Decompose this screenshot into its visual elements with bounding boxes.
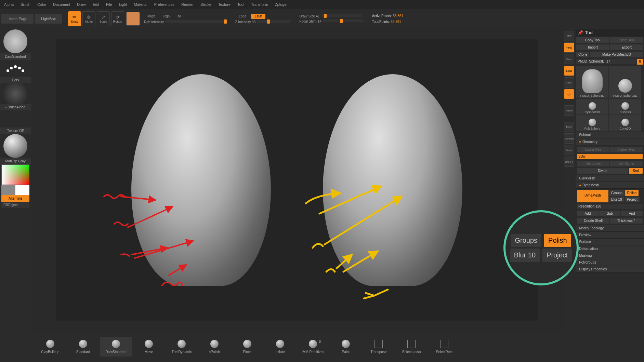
lower-res-button[interactable]: Lower Res [577, 147, 609, 152]
tool-item-4[interactable]: PolySphere [576, 115, 608, 131]
menu-light[interactable]: Light [119, 2, 127, 6]
del-higher-button[interactable]: Del Higher [610, 161, 643, 166]
import-button[interactable]: Import [576, 44, 609, 50]
lightbox-tab[interactable]: LightBox [35, 14, 62, 24]
menu-file[interactable]: File [106, 2, 112, 6]
thickness-slider[interactable]: Thickness 4 [610, 218, 643, 224]
material-thumbnail[interactable] [3, 134, 27, 158]
brush-selectlasso[interactable]: SelectLasso [395, 337, 428, 357]
viewport[interactable]: Groups Polish Blur 10 Project [56, 39, 538, 321]
and-button[interactable]: And [621, 211, 643, 216]
project-button[interactable]: Project [625, 197, 640, 202]
divide-button[interactable]: Divide [577, 168, 628, 174]
rotate-mode-button[interactable]: ⟳Rotate [111, 11, 124, 26]
menu-color[interactable]: Color [37, 2, 46, 6]
menu-brush[interactable]: Brush [21, 2, 30, 6]
menu-stroke[interactable]: Stroke [200, 2, 211, 6]
draw-mode-button[interactable]: ✏Draw [68, 11, 81, 26]
menu-render[interactable]: Render [181, 2, 194, 6]
fill-object-button[interactable]: FillObject [1, 202, 29, 208]
menu-draw[interactable]: Draw [77, 2, 86, 6]
display-properties-section[interactable]: Display Properties [576, 266, 644, 273]
mrgb-button[interactable]: Mrgb [144, 14, 159, 19]
frame-button[interactable]: Frame [564, 105, 574, 116]
del-lower-button[interactable]: Del Lower [577, 161, 609, 166]
menu-tool[interactable]: Tool [237, 2, 244, 6]
alternate-button[interactable]: Alternate [1, 195, 29, 202]
sub-button[interactable]: Sub [599, 211, 621, 216]
modify-topology-section[interactable]: Modify Topology [576, 225, 644, 232]
rgb-button[interactable]: Rgb [160, 14, 173, 19]
add-button[interactable]: Add [577, 211, 599, 216]
polygroups-section[interactable]: Polygroups [576, 259, 644, 266]
menu-edit[interactable]: Edit [93, 2, 99, 6]
bpr-button[interactable]: BPR [564, 31, 574, 41]
brush-imm-primitives[interactable]: 3IMM Primitives [297, 337, 329, 357]
clone-button[interactable]: Clone [576, 52, 589, 57]
polish-button[interactable]: Polish [625, 190, 639, 196]
brush-inflate[interactable]: Inflate [264, 337, 296, 357]
resolution-slider[interactable]: Resolution 128 [577, 204, 643, 209]
brush-thumbnail[interactable] [3, 29, 27, 53]
masking-section[interactable]: Masking [576, 252, 644, 259]
color-swatch-secondary[interactable] [1, 185, 15, 195]
tool-item-0[interactable]: PM3D_Sphere3D [576, 66, 608, 98]
brush-standard[interactable]: Standard [67, 337, 99, 357]
export-button[interactable]: Export [610, 44, 643, 50]
preview-section[interactable]: Preview [576, 232, 644, 239]
color-swatch[interactable] [126, 12, 140, 26]
color-picker[interactable] [1, 164, 29, 185]
color-swatch-primary[interactable] [15, 185, 29, 195]
brush-trimdynamic[interactable]: TrimDynamic [166, 337, 198, 357]
menu-texture[interactable]: Texture [218, 2, 231, 6]
brush-transpose[interactable]: Transpose [363, 337, 395, 357]
brush-move[interactable]: Move [133, 337, 165, 357]
dynamesh-section[interactable]: ●DynaMesh [576, 182, 644, 189]
deformation-section[interactable]: Deformation [576, 245, 644, 252]
menu-alpha[interactable]: Alpha [4, 2, 14, 6]
rgb-intensity-slider[interactable] [165, 20, 227, 23]
copy-tool-button[interactable]: Copy Tool [576, 37, 609, 43]
paste-tool-button[interactable]: Paste Tool [610, 37, 643, 43]
make-polymesh-button[interactable]: Make PolyMesh3D [590, 52, 643, 57]
higher-res-button[interactable]: Higher Res [610, 147, 643, 152]
groups-button[interactable]: Groups [609, 190, 625, 196]
focal-shift-slider[interactable] [323, 19, 364, 22]
zsub-button[interactable]: Zsub [251, 14, 265, 19]
rotate-button[interactable]: Rotate [564, 145, 574, 155]
draw-size-slider[interactable] [321, 14, 362, 17]
brush-paint[interactable]: Paint [330, 337, 362, 357]
menu-transform[interactable]: Transform [251, 2, 268, 6]
zadd-button[interactable]: Zadd [235, 14, 250, 19]
alpha-thumbnail[interactable] [3, 83, 27, 104]
brush-pinch[interactable]: Pinch [231, 337, 263, 357]
create-shell-button[interactable]: Create Shell [577, 218, 609, 224]
dynamesh-button[interactable]: DynaMesh [577, 190, 608, 202]
scale-mode-button[interactable]: ⤢Scale [97, 11, 110, 26]
line-fill-button[interactable]: Line Fill [564, 157, 574, 167]
m-button[interactable]: M [174, 14, 184, 19]
brush-selectrect[interactable]: SelectRect [428, 337, 460, 357]
z-intensity-slider[interactable] [257, 20, 291, 23]
zoom3d-button[interactable]: Zoom3D [564, 133, 574, 144]
persp-button[interactable]: Persp [564, 42, 574, 53]
menu-document[interactable]: Document [53, 2, 70, 6]
tool-item-5[interactable]: Cone3D [609, 115, 641, 131]
xyz-button[interactable]: xyz [564, 89, 574, 99]
menu-material[interactable]: Material [134, 2, 147, 6]
floor-button[interactable]: Floor [564, 54, 574, 64]
geometry-section[interactable]: ●Geometry [576, 138, 644, 145]
home-page-tab[interactable]: Home Page [1, 14, 34, 24]
local-button[interactable]: Local [564, 66, 574, 76]
surface-section[interactable]: Surface [576, 239, 644, 245]
tool-item-3[interactable]: Cube3D [609, 99, 641, 115]
brush-hpolish[interactable]: hPolish [198, 337, 231, 357]
sdiv-slider[interactable]: SDiv [577, 154, 643, 159]
subtool-section[interactable]: Subtool [576, 132, 644, 138]
move-mode-button[interactable]: ✥Move [82, 11, 95, 26]
stroke-thumbnail[interactable] [3, 60, 27, 77]
brush-claybuildup[interactable]: ClayBuildup [34, 337, 66, 357]
smt-button[interactable]: Smt [629, 168, 643, 174]
blur-slider[interactable]: Blur 10 [609, 197, 624, 202]
menu-zplugin[interactable]: Zplugin [275, 2, 287, 6]
